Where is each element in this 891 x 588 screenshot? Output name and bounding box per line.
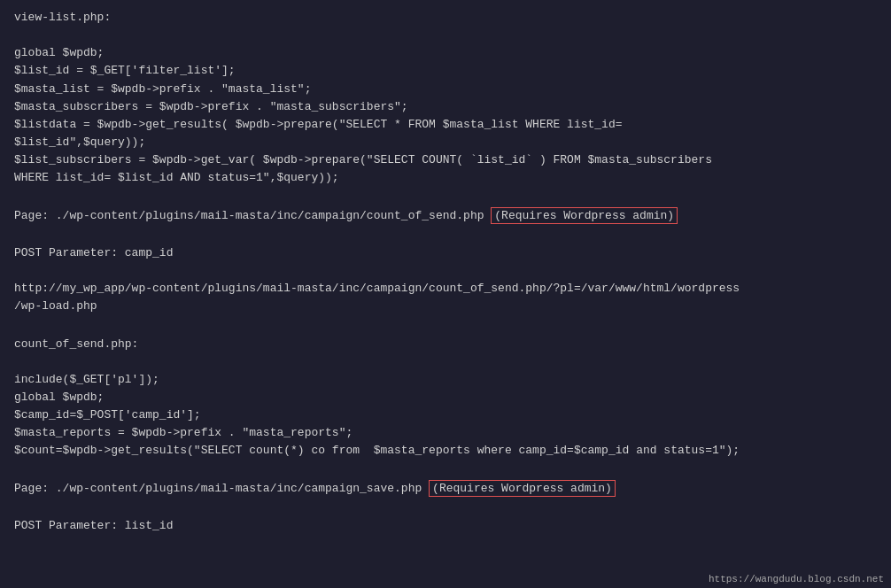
- code-line: global $wpdb;: [14, 389, 877, 406]
- code-line: $count=$wpdb->get_results("SELECT count(…: [14, 442, 877, 460]
- code-line-empty: [14, 27, 877, 44]
- code-line: $list_subscribers = $wpdb->get_var( $wpd…: [14, 151, 877, 169]
- code-line: http://my_wp_app/wp-content/plugins/mail…: [14, 280, 877, 298]
- campaign-save-page-section: Page: ./wp-content/plugins/mail-masta/in…: [14, 462, 877, 498]
- code-line: POST Parameter: camp_id: [14, 244, 877, 262]
- code-line-page: Page: ./wp-content/plugins/mail-masta/in…: [14, 207, 877, 225]
- requires-admin-badge-1: (Requires Wordpress admin): [491, 207, 678, 224]
- view-list-section: view-list.php: global $wpdb; $list_id = …: [14, 9, 877, 187]
- code-line: $listdata = $wpdb->get_results( $wpdb->p…: [14, 116, 877, 134]
- code-line: $masta_list = $wpdb->prefix . "masta_lis…: [14, 81, 877, 98]
- code-line: count_of_send.php:: [14, 336, 877, 353]
- post-param-2-section: POST Parameter: list_id: [14, 499, 877, 535]
- code-line-empty: [14, 499, 877, 517]
- code-line: $list_id = $_GET['filter_list'];: [14, 62, 877, 80]
- count-of-send-page-section: Page: ./wp-content/plugins/mail-masta/in…: [14, 189, 877, 224]
- code-line: $masta_subscribers = $wpdb->prefix . "ma…: [14, 98, 877, 116]
- code-line-empty: [14, 462, 877, 480]
- code-line: view-list.php:: [14, 9, 877, 27]
- code-line-page-2: Page: ./wp-content/plugins/mail-masta/in…: [14, 480, 877, 498]
- code-line: POST Parameter: list_id: [14, 517, 877, 535]
- code-line-empty: [14, 189, 877, 206]
- count-of-send-code-section: count_of_send.php: include($_GET['pl']);…: [14, 317, 877, 460]
- code-line-empty: [14, 262, 877, 280]
- url-bar: https://wangdudu.blog.csdn.net: [709, 574, 884, 584]
- code-line: $list_id",$query));: [14, 134, 877, 151]
- post-param-section: POST Parameter: camp_id http://my_wp_app…: [14, 227, 877, 316]
- code-line: include($_GET['pl']);: [14, 371, 877, 389]
- code-line-empty: [14, 317, 877, 335]
- code-line-empty: [14, 227, 877, 244]
- code-line: global $wpdb;: [14, 44, 877, 62]
- code-display: view-list.php: global $wpdb; $list_id = …: [0, 0, 891, 588]
- code-line: WHERE list_id= $list_id AND status=1",$q…: [14, 169, 877, 187]
- code-line: $masta_reports = $wpdb->prefix . "masta_…: [14, 424, 877, 442]
- code-line: $camp_id=$_POST['camp_id'];: [14, 406, 877, 424]
- code-line: /wp-load.php: [14, 298, 877, 315]
- requires-admin-badge-2: (Requires Wordpress admin): [429, 480, 616, 497]
- code-line-empty: [14, 353, 877, 371]
